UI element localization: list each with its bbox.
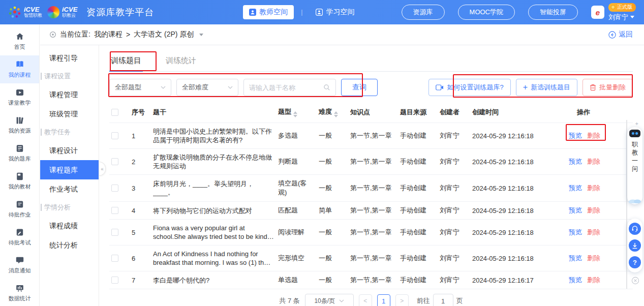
- batch-delete-button[interactable]: 批量删除: [582, 79, 633, 96]
- logo1-name: iCVE: [24, 6, 42, 13]
- sidebar-item-我的资源[interactable]: 我的资源: [0, 111, 39, 139]
- smart-cast-button[interactable]: 智能投屏: [528, 5, 578, 20]
- question-type-select[interactable]: 全部题型: [109, 79, 171, 96]
- mooc-academy-button[interactable]: MOOC学院: [458, 5, 515, 20]
- row-checkbox[interactable]: [111, 158, 118, 165]
- avatar[interactable]: e: [591, 6, 604, 19]
- delete-link[interactable]: 删除: [587, 276, 600, 284]
- sidebar-item-我的教材[interactable]: 我的教材: [0, 167, 39, 195]
- app-header: iCVE智慧职教 iCVE职教云 资源库教学平台 教师空间 | 学习空间 资源库…: [0, 0, 644, 24]
- preview-link[interactable]: 预览: [569, 206, 582, 214]
- menu-item-作业考试[interactable]: 作业考试: [40, 179, 99, 199]
- cell-type: 单选题: [276, 271, 317, 289]
- prev-page-button[interactable]: <: [359, 294, 372, 306]
- menu-item-课程引导[interactable]: 课程引导: [40, 48, 99, 68]
- download-button[interactable]: [629, 239, 641, 252]
- nav-learning-space[interactable]: 学习空间: [310, 5, 360, 19]
- howto-setup-button[interactable]: 如何设置训练题库?: [428, 79, 510, 96]
- table-row: 6 An Act of Kindness I had nothing for b…: [109, 246, 633, 271]
- next-page-button[interactable]: >: [395, 294, 409, 306]
- row-checkbox[interactable]: [111, 185, 118, 192]
- goto-page-input[interactable]: [433, 294, 453, 306]
- cell-source: 手动创建: [398, 220, 438, 246]
- trash-icon: [590, 84, 596, 91]
- select-all-checkbox[interactable]: [111, 109, 118, 116]
- delete-link[interactable]: 删除: [587, 228, 600, 236]
- user-block[interactable]: e 正式版 刘宵宁: [591, 3, 636, 22]
- preview-link[interactable]: 预览: [569, 184, 582, 192]
- status-badge: 正式版: [608, 3, 636, 12]
- sparkle-icon: ✦: [635, 121, 639, 127]
- col-difficulty[interactable]: 难度: [317, 102, 348, 123]
- menu-item-课程成绩[interactable]: 课程成绩: [40, 216, 99, 235]
- close-widgets-icon[interactable]: [631, 277, 639, 286]
- sidebar-item-我的题库[interactable]: 我的题库: [0, 139, 39, 167]
- cell-index: 4: [130, 202, 151, 220]
- preview-link[interactable]: 预览: [569, 132, 582, 139]
- menu-item-课程题库[interactable]: 课程题库: [40, 160, 99, 179]
- menu-item-课程管理[interactable]: 课程管理: [40, 85, 99, 104]
- menu-section-课程设置: 课程设置: [40, 68, 99, 85]
- cloud-decoration: [628, 198, 641, 203]
- row-checkbox[interactable]: [111, 277, 118, 284]
- sidebar-item-待批作业[interactable]: 待批作业: [0, 195, 39, 223]
- nav-teacher-space[interactable]: 教师空间: [243, 5, 294, 19]
- add-training-questions-button[interactable]: + 新选训练题目: [516, 79, 577, 96]
- query-button[interactable]: 查询: [341, 79, 378, 96]
- menu-item-统计分析[interactable]: 统计分析: [40, 235, 99, 255]
- cell-difficulty: 一般: [317, 149, 348, 175]
- sidebar-item-课堂教学[interactable]: 课堂教学: [0, 83, 39, 111]
- chevron-down-icon: [161, 86, 166, 89]
- row-checkbox[interactable]: [111, 229, 118, 236]
- sidebar-item-首页[interactable]: 首页: [0, 27, 39, 55]
- stem-search-input[interactable]: [249, 84, 323, 91]
- menu-item-课程设计[interactable]: 课程设计: [40, 141, 99, 160]
- row-checkbox[interactable]: [111, 132, 118, 139]
- preview-link[interactable]: 预览: [569, 158, 582, 165]
- sort-icon[interactable]: [293, 111, 297, 117]
- delete-link[interactable]: 删除: [587, 132, 600, 139]
- col-type[interactable]: 题型: [276, 102, 317, 123]
- page-size-select[interactable]: 10条/页: [305, 294, 354, 306]
- preview-link[interactable]: 预览: [569, 254, 582, 262]
- cell-type: 判断题: [276, 149, 317, 175]
- delete-link[interactable]: 删除: [587, 158, 600, 165]
- breadcrumb-my-courses[interactable]: 我的课程: [94, 30, 122, 39]
- resource-library-button[interactable]: 资源库: [402, 5, 445, 20]
- cell-source: 手动创建: [398, 175, 438, 202]
- sidebar-item-消息通知[interactable]: 消息通知: [0, 251, 39, 279]
- chevron-down-icon: [228, 86, 233, 89]
- tab-training-questions[interactable]: 训练题目: [109, 51, 143, 72]
- cell-index: 2: [130, 149, 151, 175]
- statistics-icon: [15, 284, 24, 293]
- sidebar-item-数据统计[interactable]: 数据统计: [0, 279, 39, 306]
- sort-icon[interactable]: [334, 111, 338, 117]
- sidebar-item-label: 数据统计: [9, 295, 31, 302]
- cell-type: 填空题(客观): [276, 175, 317, 202]
- table-row: 5 Fiona was a very popular girl at schoo…: [109, 220, 633, 246]
- breadcrumb-course-name[interactable]: 大学语文 (2P) 原创: [134, 30, 194, 39]
- customer-service-button[interactable]: [629, 223, 641, 235]
- sidebar-item-待批考试[interactable]: 待批考试: [0, 223, 39, 251]
- current-page-button[interactable]: 1: [377, 294, 390, 306]
- sidebar-item-label: 我的教材: [9, 183, 31, 191]
- goto-label: 前往: [417, 296, 430, 305]
- cell-source: 手动创建: [398, 149, 438, 175]
- user-name[interactable]: 刘宵宁: [608, 13, 634, 22]
- preview-link[interactable]: 预览: [569, 228, 582, 236]
- difficulty-select[interactable]: 全部难度: [176, 79, 238, 96]
- sidebar-item-我的课程[interactable]: 我的课程: [0, 55, 39, 83]
- back-button[interactable]: 返回: [608, 30, 633, 39]
- row-checkbox[interactable]: [111, 255, 118, 262]
- delete-link[interactable]: 删除: [587, 206, 600, 214]
- tab-training-statistics[interactable]: 训练统计: [164, 51, 198, 71]
- delete-link[interactable]: 删除: [587, 184, 600, 192]
- assistant-widget[interactable]: 职教一问: [627, 127, 642, 204]
- preview-link[interactable]: 预览: [569, 276, 582, 284]
- brand-logos: iCVE智慧职教 iCVE职教云 资源库教学平台: [8, 6, 154, 19]
- cell-index: 7: [130, 271, 151, 289]
- menu-item-班级管理[interactable]: 班级管理: [40, 104, 99, 124]
- delete-link[interactable]: 删除: [587, 254, 600, 262]
- row-checkbox[interactable]: [111, 207, 118, 214]
- help-button[interactable]: ?: [629, 256, 641, 268]
